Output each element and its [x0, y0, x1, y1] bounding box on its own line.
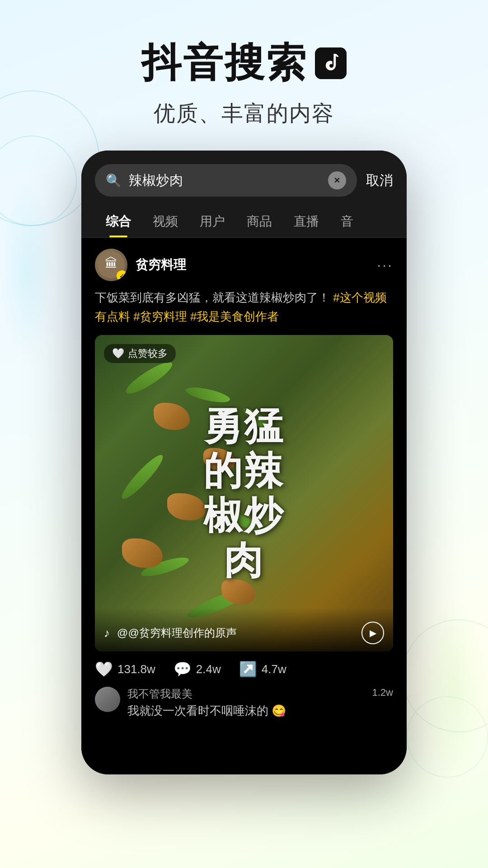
verified-badge: ✓ [117, 270, 127, 281]
comment-preview-row: 我不管我最美 我就没一次看时不咽唾沫的 😋 1.2w [81, 687, 407, 728]
post-more-button[interactable]: ··· [377, 257, 393, 274]
like-badge-label: 点赞较多 [128, 347, 168, 360]
comment-likes-count: 1.2w [372, 687, 393, 698]
like-interaction[interactable]: 🤍 131.8w [95, 660, 155, 678]
video-thumbnail[interactable]: 🤍 点赞较多 [95, 335, 393, 651]
food-image-bg: 勇猛的辣椒炒肉 [95, 335, 393, 651]
app-title: 抖音搜索 [141, 36, 308, 90]
comment-text: 我就没一次看时不咽唾沫的 😋 [127, 703, 365, 719]
tab-音乐[interactable]: 音 [330, 206, 364, 237]
post-main-text: 下饭菜到底有多凶猛，就看这道辣椒炒肉了！ [95, 291, 330, 304]
svg-text:🏛: 🏛 [105, 256, 117, 270]
main-title-row: 抖音搜索 [0, 36, 488, 90]
bg-blob-left [0, 181, 54, 362]
commenter-avatar [95, 687, 120, 712]
like-icon: 🤍 [95, 660, 113, 678]
hashtag-2[interactable]: #贫穷料理 [133, 310, 190, 323]
tab-商品[interactable]: 商品 [236, 206, 283, 237]
cancel-search-button[interactable]: 取消 [366, 171, 393, 190]
audio-bar[interactable]: ♪ @@贫穷料理创作的原声 ▶ [95, 608, 393, 651]
share-interaction[interactable]: ↗️ 4.7w [239, 660, 286, 678]
header-subtitle: 优质、丰富的内容 [0, 99, 488, 128]
at-symbol: @ [117, 627, 128, 639]
comment-content: 我不管我最美 我就没一次看时不咽唾沫的 😋 [127, 687, 365, 719]
user-avatar[interactable]: 🏛 ✓ [95, 249, 127, 281]
post-username[interactable]: 贫穷料理 [136, 256, 369, 274]
header-section: 抖音搜索 优质、丰富的内容 [0, 0, 488, 128]
share-icon: ↗️ [239, 660, 257, 678]
search-bar-area: 🔍 辣椒炒肉 × 取消 [81, 151, 407, 206]
search-icon: 🔍 [106, 173, 122, 188]
heart-icon: 🤍 [112, 348, 124, 359]
comment-count: 2.4w [196, 662, 221, 676]
interaction-bar: 🤍 131.8w 💬 2.4w ↗️ 4.7w [81, 651, 407, 687]
phone-mockup: 🔍 辣椒炒肉 × 取消 综合 视频 用户 商品 直播 音 [81, 151, 407, 774]
comment-interaction[interactable]: 💬 2.4w [174, 660, 221, 678]
video-title-overlay: 勇猛的辣椒炒肉 [95, 335, 393, 651]
like-count: 131.8w [117, 662, 155, 676]
like-count-badge: 🤍 点赞较多 [104, 344, 176, 363]
video-calligraphy-text: 勇猛的辣椒炒肉 [203, 404, 285, 583]
bg-blob-right [420, 597, 488, 778]
commenter-username: 我不管我最美 [127, 687, 365, 701]
tab-视频[interactable]: 视频 [142, 206, 189, 237]
audio-creator: @贫穷料理创作的原声 [128, 627, 236, 639]
phone-screen: 🔍 辣椒炒肉 × 取消 综合 视频 用户 商品 直播 音 [81, 151, 407, 774]
share-count: 4.7w [262, 662, 286, 676]
search-results-area: 🏛 ✓ 贫穷料理 ··· 下饭菜到底有多凶猛，就看这道辣椒炒肉了！ #这个视频有… [81, 238, 407, 728]
tab-直播[interactable]: 直播 [283, 206, 330, 237]
tiktok-music-icon: ♪ [104, 626, 110, 640]
hashtag-3[interactable]: #我是美食创作者 [190, 310, 279, 323]
tiktok-logo-icon [315, 47, 347, 79]
play-button[interactable]: ▶ [361, 622, 384, 644]
audio-source-text: @@贫穷料理创作的原声 [117, 626, 354, 640]
clear-search-button[interactable]: × [328, 171, 346, 189]
search-tabs-row: 综合 视频 用户 商品 直播 音 [81, 206, 407, 238]
search-query-text: 辣椒炒肉 [129, 171, 321, 190]
search-input-box[interactable]: 🔍 辣椒炒肉 × [95, 164, 357, 197]
tab-综合[interactable]: 综合 [95, 206, 142, 237]
post-description: 下饭菜到底有多凶猛，就看这道辣椒炒肉了！ #这个视频有点料 #贫穷料理 #我是美… [81, 288, 407, 335]
tab-用户[interactable]: 用户 [189, 206, 236, 237]
post-header: 🏛 ✓ 贫穷料理 ··· [81, 238, 407, 288]
comment-icon: 💬 [174, 660, 192, 678]
